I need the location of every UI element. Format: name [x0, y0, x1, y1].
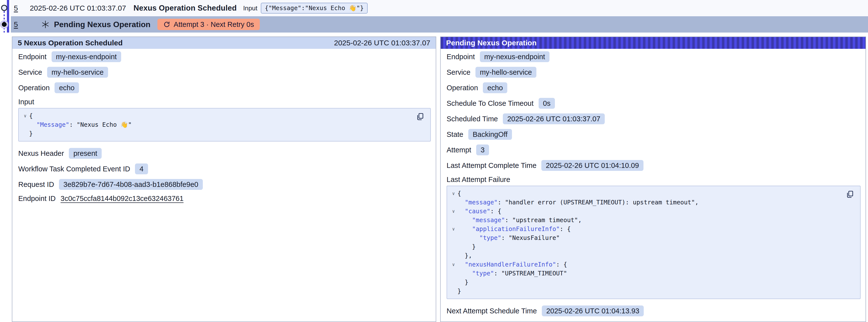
retry-icon [163, 21, 170, 28]
json-text: : "handler error (UPSTREAM_TIMEOUT): ups… [498, 198, 699, 207]
collapse-chevron-icon[interactable]: ∨ [21, 111, 29, 120]
event-history-view: 5 2025-02-26 UTC 01:03:37.07 Nexus Opera… [0, 0, 868, 322]
code-gutter [21, 120, 29, 129]
code-gutter [21, 129, 29, 138]
field-row: Endpointmy-nexus-endpoint [446, 51, 861, 62]
copy-button[interactable] [846, 190, 855, 199]
endpoint-id-link[interactable]: 3c0c75ccfa8144b092c13ce632463761 [61, 195, 184, 203]
code-line: "message": "handler error (UPSTREAM_TIME… [450, 198, 838, 207]
scheduled-event-panel: 5 Nexus Operation Scheduled 2025-02-26 U… [12, 36, 436, 322]
field-label: State [446, 130, 463, 138]
collapse-chevron-icon[interactable]: ∨ [450, 207, 458, 216]
timeline [0, 0, 11, 33]
field-row: Servicemy-hello-service [446, 67, 861, 78]
field-value-badge: 4 [135, 163, 148, 174]
code-line: } [450, 243, 838, 251]
field-row: Endpointmy-nexus-endpoint [18, 51, 431, 62]
pending-id-link[interactable]: 5 [14, 20, 18, 29]
json-text: } [458, 278, 468, 287]
field-value-badge: my-hello-service [475, 67, 536, 78]
pending-title: Pending Nexus Operation [54, 20, 151, 29]
field-label: Schedule To Close Timeout [446, 99, 534, 107]
event-open-dot-icon [1, 5, 7, 10]
code-line: } [450, 287, 838, 296]
field-row: StateBackingOff [446, 129, 861, 140]
json-text [458, 216, 472, 225]
input-preview-chip: {"Message":"Nexus Echo 👋"} [261, 3, 368, 13]
collapse-chevron-icon[interactable]: ∨ [450, 260, 458, 269]
collapse-chevron-icon[interactable]: ∨ [450, 225, 458, 233]
collapse-chevron-icon[interactable]: ∨ [450, 189, 458, 198]
code-line: "Message": "Nexus Echo 👋" [21, 120, 409, 129]
field-label: Service [446, 68, 470, 76]
json-text: { [458, 189, 461, 198]
code-gutter [450, 251, 458, 260]
field-label: Operation [18, 84, 50, 92]
pending-operation-row[interactable]: 5 Pending Nexus Operation Attempt 3 · Ne… [11, 16, 868, 33]
json-key: "type" [472, 269, 494, 278]
field-value-badge: 2025-02-26 UTC 01:03:37.07 [503, 114, 605, 124]
field-label: Nexus Header [18, 150, 64, 158]
field-row: Next Attempt Schedule Time2025-02-26 UTC… [446, 305, 861, 316]
code-gutter [450, 269, 458, 278]
field-value-badge: echo [483, 82, 507, 93]
field-row: Last Attempt Complete Time2025-02-26 UTC… [446, 160, 861, 171]
field-label: Request ID [18, 181, 54, 189]
field-row: Endpoint ID3c0c75ccfa8144b092c13ce632463… [18, 195, 431, 203]
json-code-block: ∨{ "message": "handler error (UPSTREAM_T… [446, 186, 861, 299]
json-text: : "upstream timeout", [505, 216, 582, 225]
code-line: } [21, 129, 409, 138]
field-row: Attempt3 [446, 144, 861, 155]
pending-panel-header: Pending Nexus Operation [441, 37, 866, 49]
copy-button[interactable] [416, 112, 425, 121]
code-line: ∨{ [450, 189, 838, 198]
code-line: ∨{ [21, 111, 409, 120]
json-text [29, 120, 36, 129]
scheduled-panel-title: 5 Nexus Operation Scheduled [18, 39, 123, 47]
event-row-scheduled[interactable]: 5 2025-02-26 UTC 01:03:37.07 Nexus Opera… [11, 0, 868, 16]
field-value-badge: BackingOff [468, 129, 512, 140]
pending-asterisk-icon [41, 20, 50, 29]
retry-attempt-badge: Attempt 3 · Next Retry 0s [157, 19, 260, 30]
code-line: ∨ "applicationFailureInfo": { [450, 225, 838, 233]
json-text: : { [490, 207, 501, 216]
json-text: : { [556, 260, 567, 269]
field-value-badge: my-nexus-endpoint [480, 51, 550, 62]
field-row: Operationecho [446, 82, 861, 93]
code-line: "type": "NexusFailure" [450, 233, 838, 243]
field-label: Workflow Task Completed Event ID [18, 165, 130, 173]
code-gutter [450, 287, 458, 296]
field-label: Service [18, 68, 42, 76]
pending-panel-fields: Endpointmy-nexus-endpointServicemy-hello… [441, 49, 866, 316]
field-label: Attempt [446, 146, 471, 154]
field-row: Request ID3e829b7e-7d67-4b08-aad3-b1e868… [18, 179, 431, 190]
code-line: "message": "upstream timeout", [450, 216, 838, 225]
json-key: "message" [465, 198, 498, 207]
field-value-badge: 3e829b7e-7d67-4b08-aad3-b1e868bfe9e0 [59, 179, 203, 190]
field-value-badge: echo [55, 82, 79, 93]
field-value-badge: 2025-02-26 UTC 01:04:10.09 [541, 160, 643, 171]
event-title: Nexus Operation Scheduled [133, 4, 237, 12]
event-rows: 5 2025-02-26 UTC 01:03:37.07 Nexus Opera… [0, 0, 868, 33]
json-key: "nexusHandlerFailureInfo" [465, 260, 556, 269]
pending-panel-title: Pending Nexus Operation [446, 39, 537, 47]
scheduled-panel-fields: Endpointmy-nexus-endpointServicemy-hello… [12, 49, 436, 203]
code-line: ∨ "cause": { [450, 207, 838, 216]
input-preview-label: Input [243, 4, 257, 12]
field-label: Endpoint [18, 53, 46, 61]
json-text: : "NexusFailure" [501, 233, 560, 243]
json-key: "applicationFailureInfo" [472, 225, 560, 233]
field-value-badge: my-nexus-endpoint [52, 51, 121, 62]
event-id-link[interactable]: 5 [14, 4, 18, 12]
code-gutter [450, 216, 458, 225]
json-text: : "Nexus Echo 👋" [69, 120, 132, 129]
field-label: Scheduled Time [446, 115, 498, 123]
code-line: }, [450, 251, 838, 260]
field-value-badge: 0s [538, 98, 555, 109]
field-label: Last Attempt Failure [446, 175, 861, 184]
field-row: Scheduled Time2025-02-26 UTC 01:03:37.07 [446, 114, 861, 124]
code-line: } [450, 278, 838, 287]
retry-badge-label: Attempt 3 · Next Retry 0s [174, 21, 254, 29]
field-value-badge: 3 [476, 144, 489, 155]
field-row: Servicemy-hello-service [18, 67, 431, 78]
